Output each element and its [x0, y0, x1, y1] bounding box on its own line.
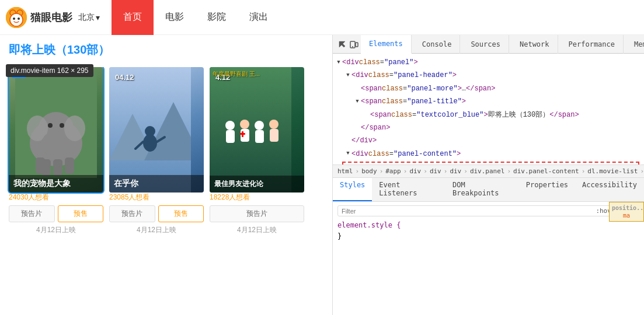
- device-toolbar-icon[interactable]: [349, 38, 358, 51]
- breadcrumb-app[interactable]: #app: [385, 167, 401, 175]
- movie-poster-3: 4.12 年度最野喜剧 王... 最佳男友进化论: [210, 67, 304, 192]
- tab-dom-breakpoints[interactable]: DOM Breakpoints: [445, 178, 519, 201]
- bc-sep-9: ›: [640, 167, 644, 175]
- breadcrumb-div-panel[interactable]: div.panel: [470, 167, 505, 175]
- want-count-2: 23085人想看: [109, 192, 204, 205]
- style-close: }: [337, 232, 342, 240]
- devtools-tab-network[interactable]: Network: [511, 35, 558, 54]
- svg-point-20: [143, 134, 157, 152]
- select-element-icon[interactable]: [337, 38, 347, 51]
- svg-point-27: [240, 120, 249, 129]
- website-panel: 即将上映（130部） div.movie-item 162 × 295: [0, 35, 333, 315]
- svg-rect-30: [255, 130, 264, 143]
- filter-bar: :hov .cls +: [337, 205, 639, 216]
- triangle-2[interactable]: [344, 71, 351, 80]
- bc-sep-1: ›: [356, 167, 360, 175]
- nav-item-shows[interactable]: 演出: [238, 0, 280, 35]
- devtools-tab-more[interactable]: Mem: [626, 35, 644, 54]
- main-nav: 首页 电影 影院 演出: [112, 0, 280, 35]
- breadcrumb-div3[interactable]: div: [450, 167, 461, 175]
- filter-input[interactable]: [342, 208, 596, 215]
- elements-content: <div class="panel"> <div class="panel-he…: [333, 54, 644, 164]
- svg-rect-32: [270, 129, 279, 142]
- tab-styles[interactable]: Styles: [333, 178, 372, 201]
- svg-point-5: [18, 18, 20, 20]
- devtools-tab-performance[interactable]: Performance: [561, 35, 624, 54]
- trailer-btn-3[interactable]: 预告片: [210, 205, 304, 222]
- triangle-8[interactable]: [344, 149, 351, 158]
- movie-grid: 3D 我的宠物是大象 24030人想看 预告片 预售 4月12日上映: [0, 67, 332, 235]
- release-date-2: 4月12日上映: [109, 222, 204, 235]
- svg-point-4: [13, 18, 15, 20]
- bc-sep-6: ›: [464, 167, 468, 175]
- svg-rect-15: [36, 158, 45, 174]
- html-line[interactable]: </div>: [333, 134, 644, 147]
- bc-sep-7: ›: [507, 167, 511, 175]
- chevron-down-icon: ▾: [96, 13, 100, 22]
- svg-point-29: [255, 121, 264, 130]
- movie-actions-3: 预告片: [210, 205, 304, 222]
- html-line[interactable]: <span class="textcolor_blue">即将上映（130部）<…: [333, 108, 644, 121]
- top-nav: 猫眼电影 北京 ▾ 首页 电影 影院 演出: [0, 0, 644, 35]
- svg-rect-16: [65, 158, 74, 174]
- section-title: 即将上映（130部）: [0, 35, 332, 62]
- breadcrumb-body[interactable]: body: [361, 167, 377, 175]
- logo-text: 猫眼电影: [30, 10, 72, 24]
- tab-accessibility[interactable]: Accessibility: [575, 178, 644, 201]
- svg-rect-14: [53, 159, 62, 176]
- svg-point-10: [64, 116, 85, 141]
- poster-date-2: 04.12: [115, 73, 134, 82]
- devtools-tab-console[interactable]: Console: [414, 35, 461, 54]
- movie-card-2: 04.12 在乎你 23085人想看 预告片 预售 4月12日上映: [109, 67, 204, 235]
- breadcrumb-html[interactable]: html: [337, 167, 353, 175]
- position-indicator: positio... ma: [609, 202, 644, 222]
- triangle-1[interactable]: [335, 58, 342, 67]
- trailer-btn-1[interactable]: 预告片: [9, 205, 55, 222]
- poster-title-1: 我的宠物是大象: [9, 175, 103, 192]
- movie-poster-2: 04.12 在乎你: [109, 67, 204, 192]
- tab-event-listeners[interactable]: Event Listeners: [372, 178, 445, 201]
- html-line[interactable]: </span>: [333, 121, 644, 134]
- style-rule-element: element.style { }: [337, 220, 639, 242]
- breadcrumb-dl-movie-list[interactable]: dl.movie-list: [587, 167, 638, 175]
- breadcrumb-div-panel-content[interactable]: div.panel-content: [513, 167, 579, 175]
- nav-item-theaters[interactable]: 影院: [196, 0, 238, 35]
- breadcrumb-div1[interactable]: div: [409, 167, 421, 175]
- html-line[interactable]: <span class="panel-more">…</span>: [333, 82, 644, 95]
- html-line[interactable]: <span class="panel-title">: [333, 95, 644, 108]
- buy-btn-2[interactable]: 预售: [158, 205, 204, 222]
- svg-rect-24: [210, 67, 291, 192]
- svg-point-12: [60, 123, 64, 128]
- html-line[interactable]: <div class="panel-header">: [333, 69, 644, 82]
- devtools-tab-elements[interactable]: Elements: [361, 35, 412, 54]
- nav-item-home[interactable]: 首页: [112, 0, 154, 35]
- movie-actions-1: 预告片 预售: [9, 205, 103, 222]
- svg-rect-36: [356, 43, 358, 47]
- nav-item-movies[interactable]: 电影: [154, 0, 196, 35]
- style-selector: element.style {: [337, 221, 401, 229]
- svg-point-3: [10, 13, 23, 26]
- svg-rect-34: [240, 133, 245, 135]
- release-date-1: 4月12日上映: [9, 222, 103, 235]
- bc-sep-3: ›: [403, 167, 408, 175]
- main-area: 即将上映（130部） div.movie-item 162 × 295: [0, 35, 644, 315]
- logo-area: 猫眼电影: [6, 7, 72, 28]
- tab-properties[interactable]: Properties: [519, 178, 575, 201]
- breadcrumb-bar: html › body › #app › div › div › div › d…: [333, 164, 644, 178]
- buy-btn-1[interactable]: 预售: [58, 205, 104, 222]
- svg-point-11: [48, 123, 53, 128]
- svg-point-25: [225, 121, 235, 130]
- bc-sep-4: ›: [423, 167, 427, 175]
- city-selector[interactable]: 北京 ▾: [78, 12, 100, 23]
- bc-sep-5: ›: [444, 167, 448, 175]
- svg-point-31: [269, 120, 279, 129]
- movie-card-3: 4.12 年度最野喜剧 王... 最佳男友进化论 18228人想看 预告片 4月…: [210, 67, 304, 235]
- trailer-btn-2[interactable]: 预告片: [109, 205, 155, 222]
- devtools-tab-sources[interactable]: Sources: [462, 35, 509, 54]
- breadcrumb-div2[interactable]: div: [430, 167, 441, 175]
- triangle-4[interactable]: [354, 97, 361, 106]
- poster-subtitle-3: 年度最野喜剧 王...: [213, 70, 260, 78]
- logo-icon: [6, 7, 27, 28]
- html-line[interactable]: <div class="panel-content">: [333, 148, 644, 160]
- html-line[interactable]: <div class="panel">: [333, 56, 644, 69]
